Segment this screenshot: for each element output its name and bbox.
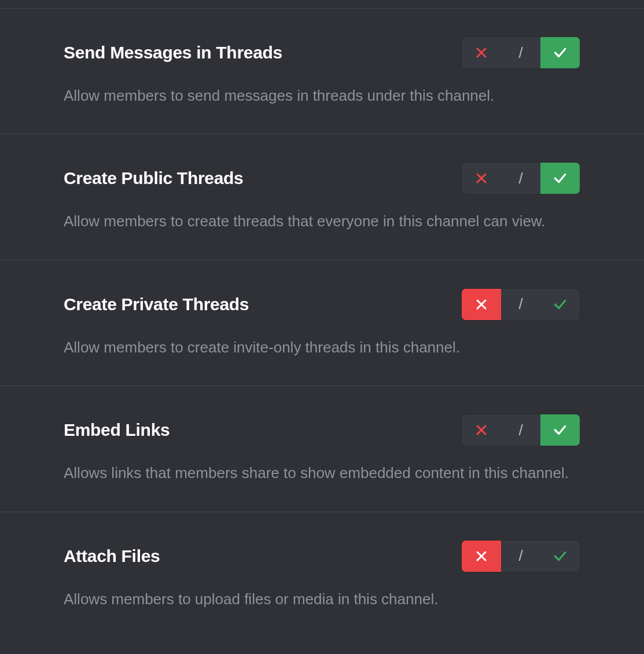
- check-icon: [553, 422, 568, 438]
- permission-attach-files: Attach Files / Allows members to upload …: [0, 512, 644, 637]
- permission-allow-button[interactable]: [540, 541, 580, 572]
- permission-description: Allow members to send messages in thread…: [64, 85, 580, 106]
- permission-neutral-button[interactable]: /: [501, 163, 540, 194]
- permission-toggle-group: /: [461, 414, 580, 446]
- permission-toggle-group: /: [461, 36, 580, 69]
- check-icon: [553, 171, 568, 186]
- permission-toggle-group: /: [461, 162, 580, 194]
- permission-header: Embed Links /: [64, 414, 580, 446]
- slash-icon: /: [518, 44, 522, 62]
- permission-description: Allows members to upload files or media …: [64, 589, 580, 609]
- permission-description: Allows links that members share to show …: [64, 462, 580, 483]
- permission-header: Create Private Threads /: [64, 288, 580, 321]
- slash-icon: /: [518, 295, 522, 313]
- permission-description: Allow members to create threads that eve…: [64, 211, 580, 232]
- permission-title: Create Private Threads: [64, 295, 249, 314]
- permission-header: Send Messages in Threads /: [64, 36, 580, 69]
- permission-title: Create Public Threads: [64, 168, 243, 188]
- permission-header: Attach Files /: [64, 540, 580, 572]
- permission-create-private-threads: Create Private Threads / Allow members t…: [0, 260, 644, 385]
- permission-deny-button[interactable]: [462, 414, 501, 446]
- check-icon: [553, 45, 568, 60]
- permission-create-public-threads: Create Public Threads / Allow members to…: [0, 134, 644, 259]
- permission-deny-button[interactable]: [462, 289, 501, 320]
- permission-neutral-button[interactable]: /: [501, 541, 540, 572]
- permissions-list: Send Messages in Threads / Allow members…: [0, 8, 644, 637]
- permission-deny-button[interactable]: [462, 541, 501, 572]
- check-icon: [553, 549, 568, 564]
- permission-toggle-group: /: [461, 540, 580, 572]
- permission-description: Allow members to create invite-only thre…: [64, 337, 580, 358]
- slash-icon: /: [518, 547, 522, 565]
- permission-deny-button[interactable]: [462, 163, 501, 194]
- permission-title: Attach Files: [64, 546, 160, 566]
- x-icon: [474, 297, 488, 311]
- permission-allow-button[interactable]: [540, 37, 580, 68]
- permission-toggle-group: /: [461, 288, 580, 321]
- permission-send-messages-in-threads: Send Messages in Threads / Allow members…: [0, 8, 644, 134]
- x-icon: [474, 423, 488, 437]
- slash-icon: /: [518, 170, 522, 188]
- permission-header: Create Public Threads /: [64, 162, 580, 194]
- permission-allow-button[interactable]: [540, 289, 580, 320]
- permission-allow-button[interactable]: [540, 414, 580, 446]
- x-icon: [474, 46, 488, 60]
- permission-neutral-button[interactable]: /: [501, 289, 540, 320]
- permission-neutral-button[interactable]: /: [501, 414, 540, 446]
- permission-embed-links: Embed Links / Allows links that members …: [0, 385, 644, 511]
- permission-title: Send Messages in Threads: [64, 43, 282, 63]
- x-icon: [474, 549, 488, 563]
- slash-icon: /: [518, 421, 522, 439]
- x-icon: [474, 171, 488, 185]
- check-icon: [553, 297, 568, 312]
- permission-deny-button[interactable]: [462, 37, 501, 68]
- permission-allow-button[interactable]: [540, 163, 580, 194]
- permission-neutral-button[interactable]: /: [501, 37, 540, 68]
- permission-title: Embed Links: [64, 420, 170, 440]
